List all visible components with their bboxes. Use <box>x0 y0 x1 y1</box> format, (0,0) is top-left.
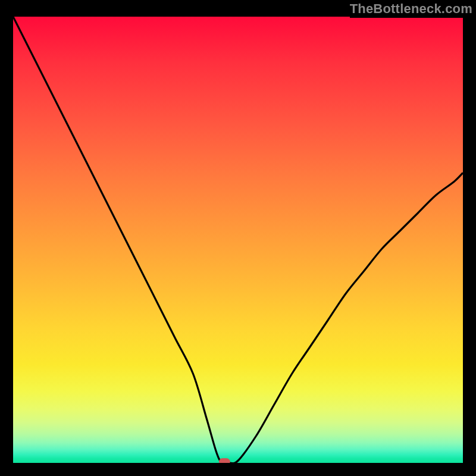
curve-layer <box>13 17 463 463</box>
chart-frame: TheBottleneck.com <box>0 0 476 476</box>
optimal-marker <box>219 459 230 464</box>
watermark-text: TheBottleneck.com <box>350 0 476 18</box>
bottleneck-curve <box>13 17 463 463</box>
